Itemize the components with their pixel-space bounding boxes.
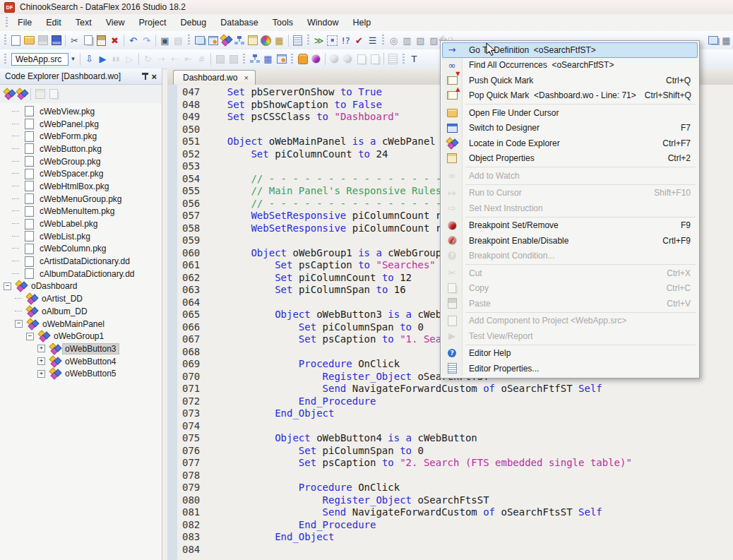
cut-icon[interactable]: ✂ (68, 35, 81, 47)
copy-icon[interactable] (82, 35, 94, 47)
tree-item-cwebview-pkg[interactable]: cWebView.pkg (0, 105, 162, 118)
file-icon[interactable] (23, 168, 35, 180)
object-icon[interactable] (38, 330, 49, 342)
file-icon[interactable] (23, 180, 35, 192)
error-list-icon[interactable]: !? (340, 35, 352, 47)
menu-item-editor-properties[interactable]: Editor Properties... (442, 361, 698, 376)
paste-icon[interactable] (95, 35, 107, 47)
tree-item-cwebspacer-pkg[interactable]: cWebSpacer.pkg (0, 167, 162, 180)
tree-item-cwebform-pkg[interactable]: cWebForm.pkg (0, 130, 162, 143)
menu-file[interactable]: File (11, 15, 39, 30)
menu-text[interactable]: Text (68, 15, 99, 30)
menu-item-breakpoint-set-remove[interactable]: Breakpoint Set/RemoveF9 (442, 218, 698, 234)
tree-item-cwebpanel-pkg[interactable]: cWebPanel.pkg (0, 118, 162, 131)
editor-help-icon[interactable]: ? (446, 347, 458, 359)
breakpoint-enable-icon[interactable] (446, 234, 458, 246)
object-properties-icon[interactable] (246, 35, 258, 47)
expand-icon[interactable]: + (37, 357, 45, 365)
menu-item-breakpoint-enable-disable[interactable]: Breakpoint Enable/DisableCrtl+F9 (442, 233, 698, 249)
chevron-down-icon[interactable]: ▼ (68, 53, 78, 66)
delete-icon[interactable]: ✖ (109, 35, 121, 47)
relationship-explorer-icon[interactable] (249, 53, 261, 65)
menu-help[interactable]: Help (345, 15, 378, 30)
new-document-icon[interactable] (10, 35, 22, 47)
expand-icon[interactable]: + (37, 345, 45, 352)
style-designer-icon[interactable] (310, 53, 322, 65)
tree-item-cwebbutton-pkg[interactable]: cWebButton.pkg (0, 143, 162, 155)
project-selector[interactable]: WebApp.src▼ (11, 53, 78, 66)
output-list-icon[interactable]: ☰ (366, 35, 379, 47)
file-icon[interactable] (23, 243, 35, 255)
expand-icon[interactable]: + (37, 370, 45, 378)
file-icon[interactable] (23, 205, 35, 218)
file-icon[interactable] (23, 131, 35, 143)
copy-to-clipboard-icon[interactable] (193, 35, 205, 47)
pop-quick-mark-icon[interactable]: ▲ (446, 90, 458, 102)
file-icon[interactable] (23, 155, 35, 167)
go-forward-icon[interactable]: ≫ (313, 35, 325, 47)
task-check-icon[interactable]: ✔ (353, 35, 365, 47)
code-explorer-tree[interactable]: cWebView.pkgcWebPanel.pkgcWebForm.pkgcWe… (0, 103, 162, 560)
color-palette-icon[interactable] (260, 35, 272, 47)
tree-item-owebbutton4[interactable]: +oWebButton4 (0, 355, 162, 368)
tree-item-owebbutton5[interactable]: +oWebButton5 (0, 367, 162, 380)
document-view-icon[interactable] (292, 35, 304, 47)
menu-debug[interactable]: Debug (173, 15, 213, 30)
locate-icon[interactable] (446, 138, 458, 149)
collapse-icon[interactable]: − (4, 282, 11, 290)
tree-item-odashboard[interactable]: −oDashboard (0, 280, 162, 293)
menu-edit[interactable]: Edit (39, 15, 68, 30)
object-icon[interactable] (16, 280, 27, 292)
tree-item-cweblist-pkg[interactable]: cWebList.pkg (0, 230, 162, 243)
object-icon[interactable] (26, 293, 37, 304)
menu-tools[interactable]: Tools (266, 15, 300, 30)
go-to-definition-icon[interactable]: → (446, 44, 458, 56)
object-icon[interactable] (26, 306, 37, 317)
object-icon[interactable] (49, 356, 61, 367)
menu-database[interactable]: Database (213, 15, 266, 30)
tree-item-oalbum-dd[interactable]: oAlbum_DD (0, 305, 162, 318)
focus-mode-icon[interactable]: ▪ (326, 35, 338, 47)
text-tool-icon[interactable]: T (408, 53, 420, 65)
menu-item-open-file-under-cursor[interactable]: Open File Under Cursor (442, 105, 698, 121)
file-icon[interactable] (23, 230, 35, 242)
window-cascade-icon[interactable] (707, 35, 719, 47)
code-explorer-icon[interactable] (220, 35, 232, 46)
project-selector-value[interactable]: WebApp.src (11, 53, 68, 66)
display-mode-icon[interactable] (16, 88, 28, 100)
tree-item-cwebhtmlbox-pkg[interactable]: cWebHtmlBox.pkg (0, 180, 162, 193)
tree-item-owebmainpanel[interactable]: −oWebMainPanel (0, 318, 162, 330)
tree-item-cwebmenuitem-pkg[interactable]: cWebMenuItem.pkg (0, 205, 162, 218)
redo-icon[interactable]: ↷ (141, 35, 153, 47)
tab-dashboard[interactable]: Dashboard.wo × (173, 70, 256, 85)
menu-item-editor-help[interactable]: ?Editor Help (442, 346, 698, 362)
pin-icon[interactable] (142, 73, 148, 80)
file-icon[interactable] (23, 268, 35, 280)
sync-view-icon[interactable] (4, 88, 15, 100)
object-icon[interactable] (27, 318, 38, 330)
tree-item-owebgroup1[interactable]: −oWebGroup1 (0, 330, 162, 342)
tree-item-oartist-dd[interactable]: oArtist_DD (0, 292, 162, 305)
open-workspace-icon[interactable] (23, 35, 35, 47)
tree-item-calbumdatadictionary-dd[interactable]: cAlbumDataDictionary.dd (0, 268, 162, 280)
tree-item-cwebmenugroup-pkg[interactable]: cWebMenuGroup.pkg (0, 193, 162, 205)
object-icon[interactable] (49, 343, 61, 355)
object-properties-icon[interactable] (446, 153, 458, 165)
open-file-icon[interactable] (446, 107, 458, 119)
menu-item-pop-quick-mark[interactable]: ▲Pop Quick Mark <Dashboard.wo - Line: 71… (442, 88, 698, 104)
menu-item-locate-in-code-explorer[interactable]: Locate in Code ExplorerCtrl+F7 (442, 136, 698, 151)
file-icon[interactable] (23, 118, 35, 130)
close-icon[interactable]: × (151, 71, 157, 82)
window-layout-icon[interactable]: ▦ (720, 35, 732, 47)
workspace-explorer-icon[interactable] (207, 35, 219, 47)
table-explorer-icon[interactable]: ▦ (273, 35, 285, 47)
file-icon[interactable] (23, 193, 35, 205)
tab-close-icon[interactable]: × (244, 73, 248, 82)
data-dictionary-icon[interactable] (275, 53, 287, 65)
file-icon[interactable] (23, 105, 35, 117)
replace-icon[interactable]: ▥ (401, 35, 413, 47)
menu-item-object-properties[interactable]: Object PropertiesCtrl+2 (442, 151, 698, 167)
tree-item-cweblabel-pkg[interactable]: cWebLabel.pkg (0, 218, 162, 230)
tree-item-cartistdatadictionary-dd[interactable]: cArtistDataDictionary.dd (0, 255, 162, 268)
file-icon[interactable] (23, 143, 35, 155)
